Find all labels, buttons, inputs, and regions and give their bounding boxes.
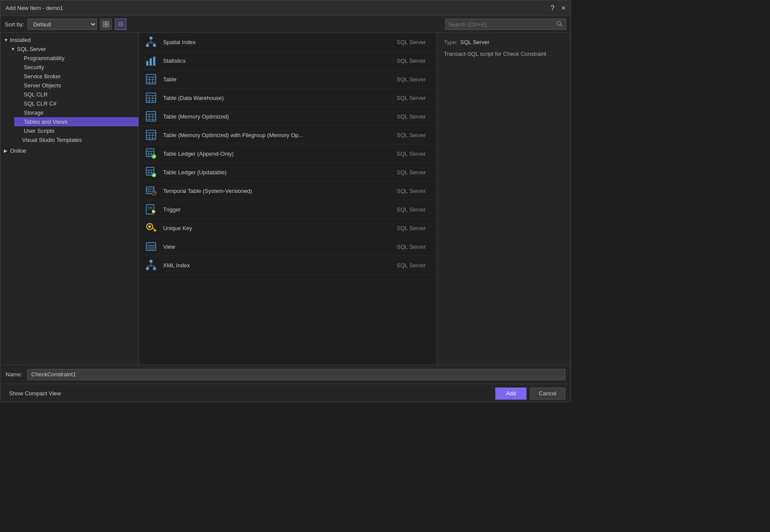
item-icon-table	[144, 72, 158, 86]
sidebar-item-security[interactable]: Security	[14, 63, 138, 72]
item-category: SQL Server	[397, 206, 431, 213]
toolbar: Sort by: Default	[0, 16, 571, 33]
cancel-button[interactable]: Cancel	[530, 388, 565, 400]
svg-rect-27	[146, 93, 156, 103]
name-input[interactable]	[27, 369, 565, 380]
content-area: ▼ Installed ▼ SQL Server Programmability	[0, 33, 571, 365]
item-category: SQL Server	[397, 169, 431, 176]
help-button[interactable]: ?	[551, 5, 555, 12]
sidebar-item-sql-clr-c[interactable]: SQL CLR C#	[14, 99, 138, 108]
item-name: Table (Memory Optimized) with Filegroup …	[163, 132, 391, 138]
item-name: Table (Memory Optimized)	[163, 113, 391, 120]
item-category: SQL Server	[397, 58, 431, 64]
item-name: XML Index	[163, 262, 391, 269]
search-icon-button[interactable]	[556, 21, 562, 28]
item-name: Temporal Table (System-Versioned)	[163, 188, 391, 194]
svg-rect-39	[146, 130, 156, 140]
item-category: SQL Server	[397, 262, 431, 269]
show-compact-view-button[interactable]: Show Compact View	[6, 388, 64, 398]
sql-server-arrow: ▼	[11, 47, 17, 51]
sql-server-group: ▼ SQL Server Programmability Security Se…	[0, 45, 138, 144]
sql-server-label: SQL Server	[17, 46, 46, 52]
list-item[interactable]: Temporal Table (System-Versioned) SQL Se…	[139, 182, 436, 200]
svg-rect-19	[153, 57, 155, 65]
sidebar-item-storage[interactable]: Storage	[14, 108, 138, 117]
list-item[interactable]: Table SQL Server	[139, 70, 436, 89]
svg-rect-0	[103, 22, 106, 24]
item-icon-temporal	[144, 184, 158, 198]
dialog-title: Add New Item - demo1	[6, 5, 63, 11]
svg-rect-76	[148, 246, 154, 247]
list-view-button[interactable]	[115, 19, 126, 30]
item-icon-tree	[144, 35, 158, 49]
sidebar: ▼ Installed ▼ SQL Server Programmability	[0, 33, 139, 365]
item-name: View	[163, 244, 391, 250]
sidebar-item-server-objects[interactable]: Server Objects	[14, 81, 138, 90]
item-category: SQL Server	[397, 188, 431, 194]
svg-rect-1	[106, 22, 109, 24]
item-category: SQL Server	[397, 39, 431, 45]
sidebar-item-user-scripts[interactable]: User Scripts	[14, 126, 138, 135]
sidebar-item-online[interactable]: ▶ Online	[0, 146, 138, 155]
sidebar-item-service-broker[interactable]: Service Broker	[14, 72, 138, 81]
list-item[interactable]: Statistics SQL Server	[139, 51, 436, 70]
item-name: Table	[163, 76, 391, 83]
item-name: Table Ledger (Append-Only)	[163, 151, 391, 157]
svg-rect-78	[150, 260, 152, 263]
svg-rect-17	[146, 61, 148, 65]
svg-rect-21	[146, 74, 156, 84]
type-label: Type:	[444, 39, 458, 45]
item-name: Statistics	[163, 58, 391, 64]
item-icon-table	[144, 109, 158, 123]
item-icon-table	[144, 128, 158, 142]
installed-arrow: ▼	[4, 38, 10, 42]
list-item[interactable]: Table Ledger (Append-Only) SQL Server	[139, 144, 436, 163]
item-name: Table (Data Warehouse)	[163, 95, 391, 101]
item-category: SQL Server	[397, 76, 431, 83]
list-item[interactable]: Unique Key SQL Server	[139, 219, 436, 237]
list-item[interactable]: Table (Memory Optimized) with Filegroup …	[139, 126, 436, 144]
sort-select[interactable]: Default	[28, 19, 97, 30]
type-value: SQL Server	[460, 39, 489, 45]
item-category: SQL Server	[397, 225, 431, 231]
sidebar-item-visual-studio-templates[interactable]: Visual Studio Templates	[7, 135, 138, 144]
sidebar-item-programmability[interactable]: Programmability	[14, 54, 138, 63]
svg-point-8	[557, 21, 561, 25]
sort-label: Sort by:	[5, 21, 24, 28]
item-category: SQL Server	[397, 244, 431, 250]
info-type-row: Type: SQL Server	[444, 39, 564, 45]
list-item[interactable]: Trigger SQL Server	[139, 200, 436, 219]
sidebar-item-tables-and-views[interactable]: Tables and Views	[14, 117, 138, 126]
close-button[interactable]: ×	[561, 5, 565, 12]
search-input[interactable]	[448, 21, 556, 28]
grid-view-button[interactable]	[100, 19, 112, 30]
footer-buttons: Add Cancel	[495, 388, 565, 400]
list-item[interactable]: Table Ledger (Updatable) SQL Server	[139, 163, 436, 182]
svg-rect-18	[150, 58, 152, 65]
item-icon-view	[144, 240, 158, 253]
item-icon-key	[144, 221, 158, 235]
item-icon-table-check	[144, 165, 158, 179]
list-item[interactable]: View SQL Server	[139, 237, 436, 256]
item-list: Spatial Index SQL Server Statistics SQL …	[139, 33, 436, 365]
item-category: SQL Server	[397, 113, 431, 120]
item-icon-table-check	[144, 147, 158, 160]
list-item[interactable]: Table (Memory Optimized) SQL Server	[139, 107, 436, 126]
item-name: Spatial Index	[163, 39, 391, 45]
svg-rect-10	[150, 37, 152, 39]
search-box	[445, 19, 566, 30]
add-button[interactable]: Add	[495, 388, 526, 400]
name-label: Name:	[6, 371, 22, 378]
list-item[interactable]: Spatial Index SQL Server	[139, 33, 436, 51]
info-panel: Type: SQL Server Transact-SQL script for…	[436, 33, 571, 365]
list-item[interactable]: XML Index SQL Server	[139, 256, 436, 275]
item-name: Table Ledger (Updatable)	[163, 169, 391, 176]
sidebar-item-sql-server[interactable]: ▼ SQL Server	[7, 45, 138, 54]
item-icon-trigger	[144, 202, 158, 216]
installed-label: Installed	[10, 37, 31, 43]
sidebar-item-sql-clr[interactable]: SQL CLR	[14, 90, 138, 99]
svg-rect-77	[148, 249, 154, 250]
sidebar-item-installed[interactable]: ▼ Installed	[0, 35, 138, 45]
list-item[interactable]: Table (Data Warehouse) SQL Server	[139, 89, 436, 107]
item-icon-bar-chart	[144, 54, 158, 67]
